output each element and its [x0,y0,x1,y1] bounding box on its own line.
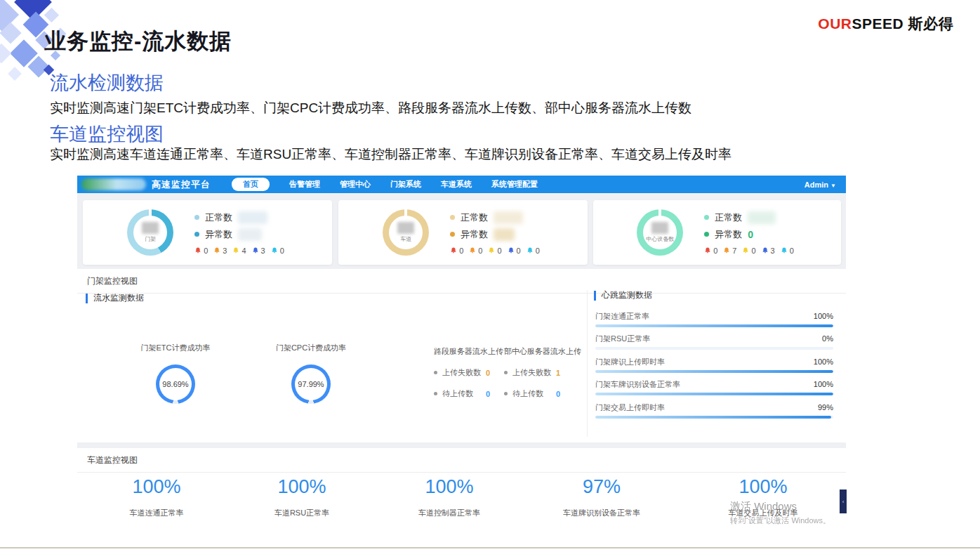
legend-dot [194,232,199,237]
bell-count: 0 [204,247,208,255]
logo-text-speed: SPEED 斯必得 [852,15,953,32]
nav-item-system-config[interactable]: 系统管理配置 [491,179,538,190]
redacted-value [748,211,776,224]
bell-count: 0 [751,247,755,255]
chevron-down-icon: ▼ [830,183,836,189]
bell-icon [704,247,711,254]
slide-bottom-border [0,547,980,548]
bell-count: 3 [261,247,265,255]
gauge-value: 97.99% [295,368,327,400]
title-accent-bar [86,294,88,303]
normal-count-label: 正常数 [461,211,488,224]
heartbeat-metric: 门架车牌识别设备正常率100% [595,379,833,395]
nav-item-gantry-system[interactable]: 门架系统 [390,179,421,190]
heartbeat-metric: 门架牌识上传即时率100% [595,357,833,373]
redacted-value [651,222,668,234]
alarm-bell-counters: 0 0 0 0 0 [450,247,543,255]
upload-row-label: 待上传数 [442,388,486,399]
heartbeat-metric: 门架交易上传即时率99% [595,402,833,419]
alarm-bell-counters: 0 7 0 3 0 [704,247,797,255]
lane-section-title: 车道监控视图 [77,448,846,473]
collapse-side-tab[interactable]: ‹ [840,489,847,513]
upload-row-label: 待上传数 [512,388,556,399]
progress-track [595,416,833,419]
nav-item-lane-system[interactable]: 车道系统 [441,179,472,190]
abnormal-count-label: 异常数 [715,228,742,241]
heartbeat-panel-title: 心跳监测数据 [594,289,652,301]
upload-row-value: 0 [486,390,490,398]
bell-count: 3 [771,247,775,255]
abnormal-count-value: 0 [748,229,753,240]
gantry-donut-chart: 门架 [127,209,173,256]
bell-icon [488,247,495,254]
gauge-ring: 98.69% [156,364,195,404]
chevron-left-icon: ‹ [842,499,845,505]
progress-track [595,324,833,327]
navbar-brand: 高速监控平台 [152,178,211,191]
bell-icon [527,247,534,254]
nav-item-admin-center[interactable]: 管理中心 [340,179,371,190]
bullet-dot [434,371,437,374]
redacted-value [238,228,262,241]
normal-count-label: 正常数 [205,211,232,224]
upload-row-label: 上传失败数 [442,367,486,378]
lane-stat: 100% 车道连通正常率 [97,476,216,518]
progress-fill [595,324,833,327]
user-menu[interactable]: Admin ▼ [804,180,836,189]
bell-count: 0 [536,247,540,255]
dashboard-screenshot: 高速监控平台 首页 告警管理 管理中心 门架系统 车道系统 系统管理配置 Adm… [77,176,846,525]
logo-text-our: OUR [818,15,852,32]
bell-count: 3 [223,247,227,255]
bell-icon [781,247,788,254]
page-title: 业务监控-流水数据 [44,27,232,56]
gantry-monitor-section: 门架监控视图 流水监测数据 门架ETC计费成功率 98.69% 门架CPC计费成… [77,269,846,442]
bell-count: 0 [459,247,463,255]
bell-count: 0 [280,247,284,255]
gauge-label: 门架ETC计费成功率 [130,343,221,353]
bell-count: 7 [732,247,736,255]
upload-row-value: 0 [486,369,490,377]
heartbeat-metric: 门架连通正常率100% [595,311,833,327]
lane-stat: 100% 车道控制器正常率 [390,476,509,518]
section-body-lane: 实时监测高速车道连通正常率、车道RSU正常率、车道控制器正常率、车道牌识别设备正… [50,145,731,164]
bell-count: 0 [790,247,794,255]
center-devices-donut-chart: 中心设备数 [637,209,683,256]
bell-icon [723,247,730,254]
summary-card-center-devices: 中心设备数 正常数 异常数 0 0 7 0 3 0 [593,200,841,265]
etc-success-gauge: 门架ETC计费成功率 98.69% [130,343,221,404]
bell-count: 0 [713,247,717,255]
upload-row-value: 0 [556,390,560,398]
bell-icon [232,247,239,254]
gauge-ring: 97.99% [291,364,331,404]
abnormal-count-label: 异常数 [461,228,488,241]
section-heading-lane: 车道监控视图 [50,121,164,147]
bell-count: 0 [517,247,521,255]
section-body-flow: 实时监测高速门架ETC计费成功率、门架CPC计费成功率、路段服务器流水上传数、部… [50,99,691,117]
gauge-label: 门架CPC计费成功率 [265,343,357,353]
bell-icon [469,247,476,254]
progress-fill [595,370,833,373]
bullet-dot [434,392,437,395]
redacted-value [494,211,523,224]
title-accent-bar [594,291,596,301]
lane-stat: 97% 车道牌识别设备正常率 [542,476,661,518]
legend-dot [194,215,199,220]
bell-icon [252,247,259,254]
progress-fill [595,393,833,395]
nav-item-alerts[interactable]: 告警管理 [289,179,320,190]
bell-icon [762,247,769,254]
progress-fill [595,416,831,419]
legend-dot [450,215,455,220]
legend-dot [704,215,709,220]
donut-label: 门架 [145,235,156,243]
nav-item-home[interactable]: 首页 [232,178,270,191]
abnormal-count-label: 异常数 [205,228,232,241]
cpc-success-gauge: 门架CPC计费成功率 97.99% [265,343,357,404]
slide-page: 业务监控-流水数据 OURSPEED 斯必得 流水检测数据 实时监测高速门架ET… [0,0,980,552]
legend-dot [450,232,455,237]
redacted-value [238,211,267,224]
bell-icon [742,247,749,254]
upload-row-value: 1 [556,369,560,377]
legend-dot [704,232,709,237]
flow-panel-title: 流水监测数据 [86,292,144,304]
